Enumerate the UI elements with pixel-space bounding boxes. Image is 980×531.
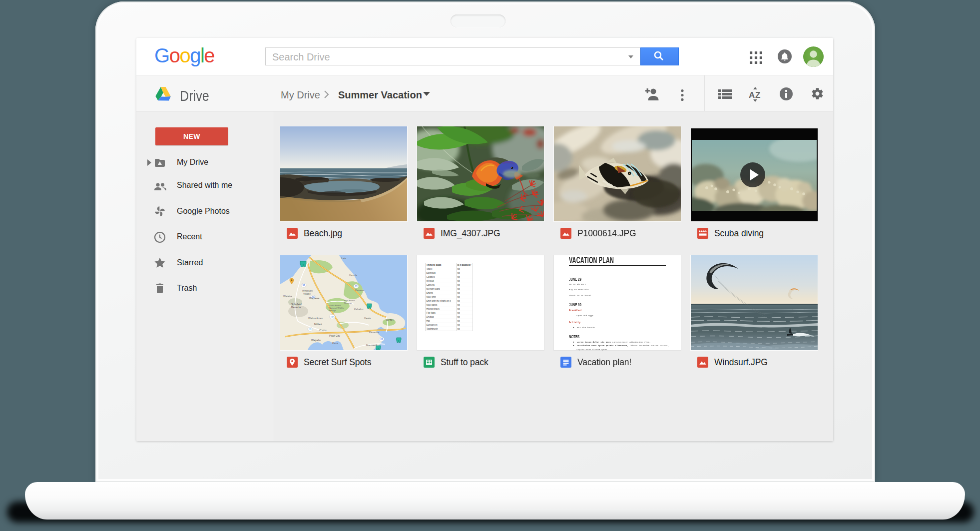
svg-text:Heeia: Heeia <box>364 317 371 320</box>
svg-text:Kaaawa: Kaaawa <box>355 289 364 292</box>
svg-text:Oʼahu: Oʼahu <box>319 329 327 332</box>
svg-text:63: 63 <box>380 338 383 341</box>
svg-text:Village: Village <box>303 292 311 295</box>
svg-text:H1: H1 <box>309 328 312 331</box>
svg-text:Kaneohe: Kaneohe <box>369 331 379 334</box>
svg-text:A: A <box>749 90 755 100</box>
svg-text:Z: Z <box>755 90 760 100</box>
svg-text:MCBH: MCBH <box>386 319 394 322</box>
svg-text:Reserve: Reserve <box>344 302 352 304</box>
svg-text:93: 93 <box>302 284 305 287</box>
svg-text:H2: H2 <box>331 316 334 319</box>
svg-text:Laie: Laie <box>341 257 346 260</box>
svg-text:Pearl City: Pearl City <box>329 334 340 337</box>
svg-text:Hauula: Hauula <box>349 274 357 277</box>
svg-text:Wahiawa: Wahiawa <box>309 297 320 300</box>
svg-text:Waialua: Waialua <box>283 295 292 298</box>
svg-text:Refuge: Refuge <box>329 309 336 312</box>
svg-text:Pena: Pena <box>332 342 338 345</box>
svg-text:Waipahu: Waipahu <box>311 339 321 342</box>
svg-text:Wailua Acres: Wailua Acres <box>308 317 323 320</box>
svg-text:83: 83 <box>355 285 358 288</box>
svg-text:Mililani: Mililani <box>314 323 322 326</box>
svg-text:Maunawili: Maunawili <box>366 344 377 347</box>
svg-text:Kahaluu: Kahaluu <box>354 308 364 311</box>
svg-text:Barracks: Barracks <box>291 306 301 309</box>
